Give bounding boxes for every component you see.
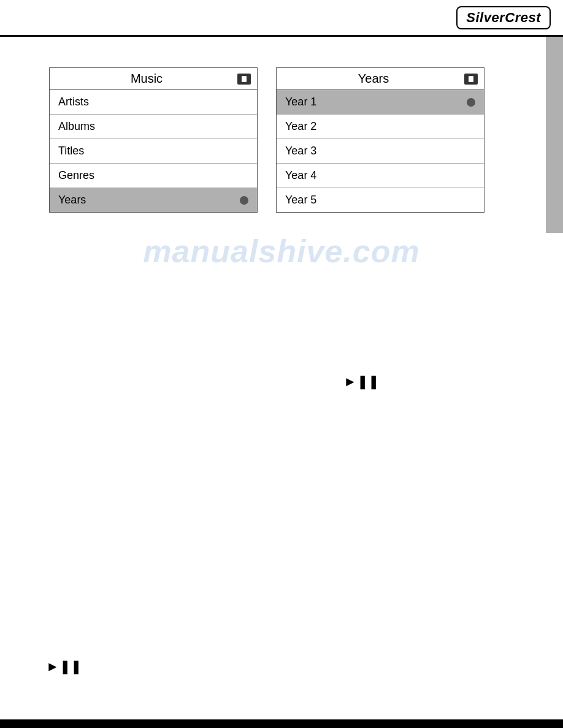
music-row-albums[interactable]: Albums — [50, 115, 257, 139]
years-row-2-label: Year 2 — [285, 120, 316, 133]
header: SilverCrest — [0, 0, 563, 37]
years-panel: Years Year 1 Year 2 Year 3 Year 4 Year 5 — [276, 67, 484, 213]
years-row-3[interactable]: Year 3 — [277, 139, 484, 164]
music-row-genres[interactable]: Genres — [50, 164, 257, 188]
music-panel-header: Music — [50, 68, 257, 90]
panels-container: Music Artists Albums Titles Genres Years — [49, 67, 526, 213]
music-row-albums-label: Albums — [58, 120, 95, 133]
music-row-titles-label: Titles — [58, 145, 84, 157]
years-menu-icon — [464, 74, 478, 85]
years-row-3-label: Year 3 — [285, 145, 316, 157]
footer-bar — [0, 719, 563, 728]
play-pause-mid-icon: ►❚❚ — [343, 374, 379, 389]
years-row-1[interactable]: Year 1 — [277, 90, 484, 115]
years-row-4-label: Year 4 — [285, 169, 316, 182]
years-row-5-label: Year 5 — [285, 194, 316, 207]
play-pause-bottom-icon: ►❚❚ — [46, 659, 82, 674]
music-row-genres-label: Genres — [58, 169, 94, 182]
play-pause-bottom-symbol: ►❚❚ — [46, 659, 82, 675]
music-panel-title: Music — [56, 72, 237, 86]
years-row-5[interactable]: Year 5 — [277, 188, 484, 212]
music-row-years-label: Years — [58, 194, 86, 207]
years-panel-header: Years — [277, 68, 484, 90]
years-panel-title: Years — [283, 72, 464, 86]
years-row-1-arrow — [467, 98, 475, 107]
music-menu-icon — [237, 74, 251, 85]
play-pause-mid-symbol: ►❚❚ — [343, 374, 379, 390]
main-content: Music Artists Albums Titles Genres Years — [0, 37, 563, 256]
music-panel: Music Artists Albums Titles Genres Years — [49, 67, 258, 213]
music-row-artists-label: Artists — [58, 96, 89, 108]
years-row-4[interactable]: Year 4 — [277, 164, 484, 188]
music-row-years-arrow — [240, 196, 248, 205]
brand-logo: SilverCrest — [456, 6, 551, 29]
music-row-titles[interactable]: Titles — [50, 139, 257, 164]
years-row-1-label: Year 1 — [285, 96, 316, 108]
years-row-2[interactable]: Year 2 — [277, 115, 484, 139]
music-row-artists[interactable]: Artists — [50, 90, 257, 115]
music-row-years[interactable]: Years — [50, 188, 257, 212]
